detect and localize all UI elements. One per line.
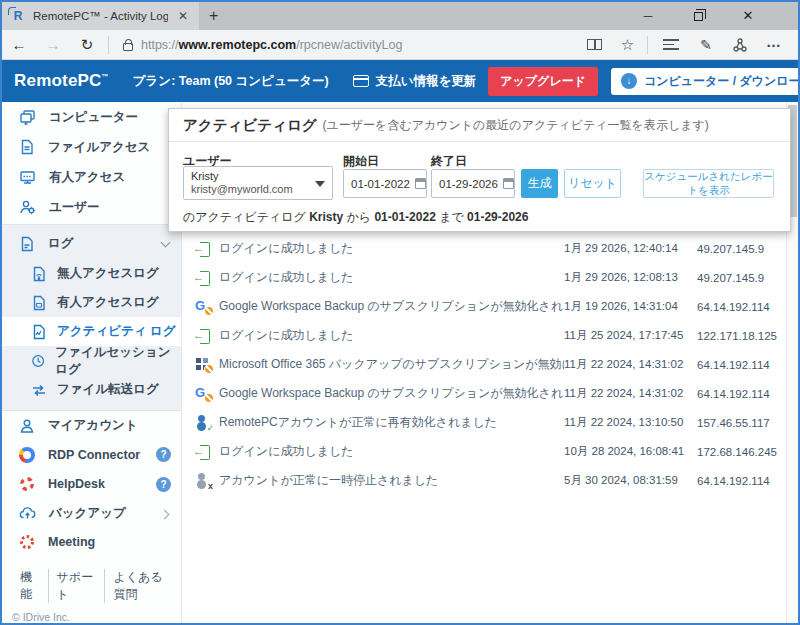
table-row[interactable]: ログインに成功しました 1月 29 2026, 12:40:14 49.207.… — [182, 234, 784, 263]
sidebar-item-users[interactable]: ユーザー — [2, 192, 181, 222]
sidebar-item-my-account[interactable]: マイアカウント — [2, 411, 181, 440]
attended-log-icon — [31, 295, 47, 311]
faq-link[interactable]: よくある質問 — [104, 569, 181, 603]
reading-view-icon[interactable] — [587, 39, 602, 50]
activity-date: 11月 22 2024, 13:10:50 — [564, 415, 697, 430]
start-date-input[interactable]: 01-01-2022 — [343, 169, 427, 198]
window-minimize-button[interactable]: ─ — [624, 2, 672, 30]
activity-date: 11月 25 2024, 17:17:45 — [564, 328, 697, 343]
sidebar-item-unattended-access-log[interactable]: 無人アクセスログ — [2, 259, 181, 288]
table-row[interactable]: ログインに成功しました 11月 25 2024, 17:17:45 122.17… — [182, 321, 784, 350]
app-header: RemotePC™ プラン: Team (50 コンピューター) 支払い情報を更… — [2, 60, 798, 102]
credit-card-icon — [353, 75, 369, 87]
browser-window: R RemotePC™ - Activity Logs ✕ + ─ ✕ ← → … — [0, 0, 800, 625]
view-scheduled-reports-button[interactable]: スケジュールされたレポートを表示 — [643, 169, 774, 198]
download-icon: ↓ — [621, 73, 637, 89]
activity-date: 11月 22 2024, 14:31:02 — [564, 357, 697, 372]
end-date-input[interactable]: 01-29-2026 — [431, 169, 515, 198]
share-icon[interactable] — [732, 37, 748, 53]
refresh-button[interactable]: ↻ — [70, 36, 104, 54]
activity-date: 1月 19 2026, 14:31:04 — [564, 299, 697, 314]
activity-text: Google Workspace Backup のサブスクリプションが無効化され… — [219, 385, 564, 402]
activity-ip: 64.14.192.114 — [697, 388, 784, 400]
support-link[interactable]: サポート — [48, 569, 105, 603]
sidebar-item-file-access[interactable]: ファイルアクセス — [2, 132, 181, 162]
activity-text: ログインに成功しました — [219, 240, 564, 257]
tab-close-icon[interactable]: ✕ — [175, 9, 191, 23]
sidebar-item-backup[interactable]: バックアップ — [2, 499, 181, 528]
helpdesk-icon — [19, 476, 35, 492]
table-row[interactable]: RemotePCアカウントが正常に再有効化されました 11月 22 2024, … — [182, 408, 784, 437]
tab-title: RemotePC™ - Activity Logs — [33, 10, 168, 22]
window-close-button[interactable]: ✕ — [724, 2, 772, 30]
sidebar-item-attended-access[interactable]: 有人アクセス — [2, 162, 181, 192]
attended-access-icon — [19, 169, 36, 185]
activity-date: 1月 29 2026, 12:08:13 — [564, 270, 697, 285]
sidebar-item-file-session-log[interactable]: ファイルセッションログ — [2, 346, 181, 375]
activity-text: ログインに成功しました — [219, 269, 564, 286]
sidebar-item-logs[interactable]: ログ — [2, 228, 181, 259]
my-account-icon — [19, 418, 35, 434]
features-link[interactable]: 機能 — [12, 569, 48, 603]
login-success-icon — [195, 270, 211, 285]
sidebar-item-rdp-connector[interactable]: RDP Connector ? — [2, 440, 181, 469]
address-bar[interactable]: https://www.remotepc.com/rpcnew/activity… — [141, 38, 402, 52]
table-row[interactable]: ログインに成功しました 10月 28 2024, 16:08:41 172.68… — [182, 437, 784, 466]
window-restore-button[interactable] — [674, 2, 722, 30]
login-success-icon — [195, 241, 211, 256]
hub-icon[interactable] — [663, 36, 679, 53]
user-select[interactable]: Kristy kristy@myworld.com — [183, 166, 333, 200]
rdp-connector-icon — [19, 447, 35, 463]
web-note-icon[interactable]: ✎ — [700, 37, 712, 53]
activity-ip: 157.46.55.117 — [697, 417, 784, 429]
account-reactivated-icon — [195, 415, 211, 430]
remotepc-favicon-icon: R — [10, 8, 26, 24]
sidebar-item-meeting[interactable]: Meeting — [2, 528, 181, 557]
file-access-icon — [19, 139, 35, 155]
page-subtitle: (ユーザーを含むアカウントの最近のアクティビティ一覧を表示します) — [323, 117, 709, 134]
activity-text: RemotePCアカウントが正常に再有効化されました — [219, 414, 564, 431]
dropdown-arrow-icon — [315, 181, 325, 187]
meeting-icon — [19, 534, 35, 550]
upgrade-button[interactable]: アップグレード — [488, 67, 598, 96]
navbar-divider — [647, 36, 648, 54]
table-row[interactable]: Google Workspace Backup のサブスクリプションが無効化され… — [182, 379, 784, 408]
reset-button[interactable]: リセット — [564, 169, 621, 198]
chevron-down-icon — [161, 238, 171, 248]
activity-ip: 64.14.192.114 — [697, 301, 784, 313]
file-transfer-log-icon — [31, 382, 47, 398]
activity-ip: 122.171.18.125 — [697, 330, 784, 342]
sidebar-item-file-transfer-log[interactable]: ファイル転送ログ — [2, 375, 181, 404]
https-lock-icon — [123, 43, 133, 51]
sidebar-item-computers[interactable]: コンピューター — [2, 102, 181, 132]
add-computer-button[interactable]: ↓ コンピューター / ダウンロード を追加 — [611, 68, 800, 95]
browser-titlebar: R RemotePC™ - Activity Logs ✕ + ─ ✕ — [2, 2, 798, 30]
new-tab-button[interactable]: + — [209, 7, 218, 25]
backup-icon — [19, 505, 36, 521]
sidebar-item-activity-log[interactable]: アクティビティ ログ — [2, 317, 181, 346]
sidebar-item-helpdesk[interactable]: HelpDesk ? — [2, 470, 181, 499]
activity-date: 5月 30 2024, 08:31:59 — [564, 473, 697, 488]
activity-date: 1月 29 2026, 12:40:14 — [564, 241, 697, 256]
help-badge-icon[interactable]: ? — [156, 477, 171, 492]
copyright-text: © IDrive Inc. — [2, 603, 181, 623]
table-row[interactable]: Google Workspace Backup のサブスクリプションが無効化され… — [182, 292, 784, 321]
activity-ip: 49.207.145.9 — [697, 243, 784, 255]
sidebar: コンピューター ファイルアクセス 有人アクセス ユーザー ログ 無人アクセスログ — [2, 102, 182, 623]
browser-navbar: ← → ↻ https://www.remotepc.com/rpcnew/ac… — [2, 30, 798, 60]
table-row[interactable]: アカウントが正常に一時停止されました 5月 30 2024, 08:31:59 … — [182, 466, 784, 495]
calendar-icon[interactable] — [415, 178, 426, 189]
forward-button[interactable]: → — [36, 36, 70, 53]
users-icon — [19, 199, 36, 215]
help-badge-icon[interactable]: ? — [156, 447, 171, 462]
browser-tab[interactable]: R RemotePC™ - Activity Logs ✕ — [2, 2, 199, 30]
more-options-icon[interactable]: … — [766, 33, 782, 50]
generate-button[interactable]: 生成 — [521, 169, 558, 198]
sidebar-item-attended-access-log[interactable]: 有人アクセスログ — [2, 288, 181, 317]
calendar-icon[interactable] — [503, 178, 514, 189]
table-row[interactable]: ログインに成功しました 1月 29 2026, 12:08:13 49.207.… — [182, 263, 784, 292]
favorites-star-icon[interactable]: ☆ — [621, 36, 634, 54]
update-billing-link[interactable]: 支払い情報を更新 — [353, 73, 477, 90]
back-button[interactable]: ← — [2, 36, 36, 53]
table-row[interactable]: Microsoft Office 365 バックアップのサブスクリプションが無効… — [182, 350, 784, 379]
